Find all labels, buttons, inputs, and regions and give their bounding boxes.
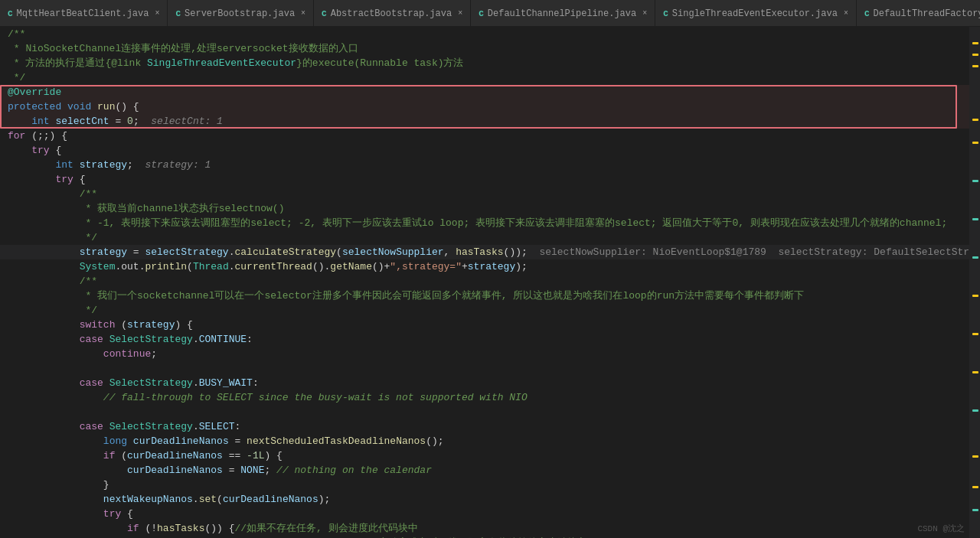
- minimap-error-marker: [972, 180, 978, 182]
- code-line: }: [0, 478, 969, 492]
- tab-close-4[interactable]: ×: [642, 9, 647, 18]
- code-line-try: try {: [0, 143, 969, 158]
- tab-icon-1: C: [8, 9, 13, 18]
- tab-icon-2: C: [175, 9, 181, 18]
- code-line-selectcnt: int selectCnt = 0; selectCnt: 1: [0, 114, 969, 129]
- minimap-warning-marker5: [972, 142, 978, 144]
- minimap-error-marker4: [972, 409, 978, 412]
- code-line: switch (strategy) {: [0, 318, 969, 332]
- code-line: /**: [0, 187, 969, 201]
- code-line: int strategy; strategy: 1: [0, 158, 969, 172]
- code-line: [0, 405, 969, 419]
- code-line-method: protected void run() {: [0, 99, 969, 114]
- code-line: if (!hasTasks()) {//如果不存在任务, 则会进度此代码块中: [0, 521, 969, 536]
- minimap-warning-marker6: [972, 295, 978, 297]
- code-line: long curDeadlineNanos = nextScheduledTas…: [0, 434, 969, 448]
- code-line: */: [0, 230, 969, 245]
- right-panel: [969, 27, 980, 538]
- code-line: // fall-through to SELECT since the busy…: [0, 390, 969, 405]
- tab-label-1: MqttHeartBeatClient.java: [17, 8, 149, 19]
- minimap-error-marker3: [972, 256, 978, 259]
- tab-mqttheartbeatclient[interactable]: C MqttHeartBeatClient.java ×: [0, 0, 168, 27]
- tab-close-3[interactable]: ×: [458, 9, 462, 18]
- code-line: * -1, 表明接下来应该去调阻塞型的select; -2, 表明下一步应该去重…: [0, 216, 969, 230]
- code-line-strategy-assign: strategy = selectStrategy.calculateStrat…: [0, 245, 969, 259]
- minimap-warning-marker10: [972, 486, 978, 488]
- code-line-override: @Override: [0, 85, 969, 99]
- tab-label-6: DefaultThreadFactory.java: [874, 8, 980, 19]
- code-line: continue;: [0, 347, 969, 361]
- code-line: curDeadlineNanos = NONE; // nothing on t…: [0, 463, 969, 478]
- tab-bar: C MqttHeartBeatClient.java × C ServerBoo…: [0, 0, 980, 27]
- minimap-warning-marker4: [972, 119, 978, 121]
- code-line: */: [0, 303, 969, 318]
- code-line: * NioSocketChannel连接事件的处理,处理serversocket…: [0, 41, 969, 56]
- tab-singlethreadeventexecutor[interactable]: C SingleThreadEventExecutor.java ×: [655, 0, 857, 27]
- tab-icon-4: C: [479, 9, 484, 18]
- tab-close-5[interactable]: ×: [844, 9, 848, 18]
- code-line: * 获取当前channel状态执行selectnow(): [0, 201, 969, 216]
- watermark: CSDN @沈之: [917, 523, 965, 534]
- code-line: /**: [0, 274, 969, 289]
- minimap-warning-marker: [972, 42, 978, 44]
- tab-defaultthreadfactory[interactable]: C DefaultThreadFactory.java ×: [857, 0, 980, 27]
- tab-icon-5: C: [663, 9, 668, 18]
- tab-label-3: AbstractBootstrap.java: [331, 8, 452, 19]
- code-line: */: [0, 70, 969, 85]
- code-line: try {: [0, 507, 969, 521]
- code-line: case SelectStrategy.CONTINUE:: [0, 332, 969, 347]
- code-line: try {: [0, 172, 969, 187]
- minimap-warning-marker3: [972, 65, 978, 67]
- code-line: * 我们一个socketchannel可以在一个selector注册多个事件因此…: [0, 289, 969, 303]
- minimap-warning-marker7: [972, 333, 978, 335]
- tab-icon-3: C: [322, 9, 327, 18]
- tab-label-4: DefaultChannelPipeline.java: [488, 8, 636, 19]
- minimap-error-marker2: [972, 218, 978, 220]
- tab-abstractbootstrap[interactable]: C AbstractBootstrap.java ×: [314, 0, 471, 27]
- code-editor[interactable]: /** * NioSocketChannel连接事件的处理,处理serverso…: [0, 27, 969, 538]
- code-line: System.out.println(Thread.currentThread(…: [0, 259, 969, 274]
- tab-label-2: ServerBootstrap.java: [185, 8, 295, 19]
- tab-close-1[interactable]: ×: [155, 9, 159, 18]
- code-line: /**: [0, 27, 969, 41]
- code-line: nextWakeupNanos.set(curDeadlineNanos);: [0, 492, 969, 507]
- code-line: if (curDeadlineNanos == -1L) {: [0, 448, 969, 463]
- minimap-warning-marker8: [972, 371, 978, 373]
- tab-defaultchannelpipeline[interactable]: C DefaultChannelPipeline.java ×: [471, 0, 655, 27]
- tab-close-2[interactable]: ×: [301, 9, 305, 18]
- tab-icon-6: C: [864, 9, 870, 18]
- code-area: /** * NioSocketChannel连接事件的处理,处理serverso…: [0, 27, 980, 538]
- code-line: case SelectStrategy.BUSY_WAIT:: [0, 376, 969, 390]
- minimap-error-marker5: [972, 509, 978, 511]
- minimap[interactable]: [969, 27, 980, 538]
- code-line: case SelectStrategy.SELECT:: [0, 419, 969, 434]
- code-line: * 方法的执行是通过{@link SingleThreadEventExecut…: [0, 56, 969, 70]
- tab-label-5: SingleThreadEventExecutor.java: [672, 8, 838, 19]
- minimap-warning-marker2: [972, 54, 978, 56]
- tab-serverbootstrap[interactable]: C ServerBootstrap.java ×: [168, 0, 314, 27]
- code-line: for (;;) {: [0, 129, 969, 143]
- minimap-warning-marker9: [972, 455, 978, 458]
- code-line: [0, 361, 969, 376]
